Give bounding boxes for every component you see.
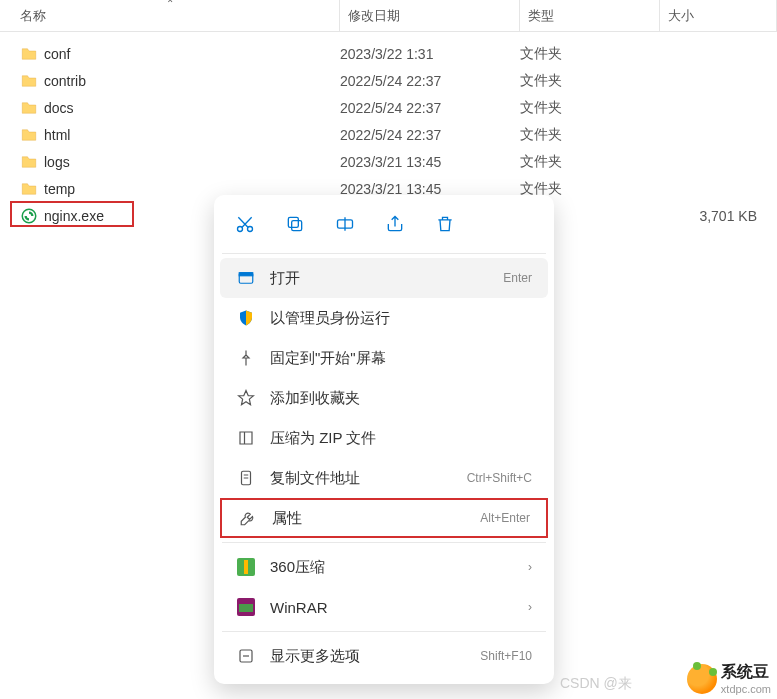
- context-menu: 打开 Enter 以管理员身份运行 固定到"开始"屏幕 添加到收藏夹 压缩为 Z…: [214, 195, 554, 684]
- folder-icon: [20, 153, 38, 171]
- brand-name: 系统豆: [721, 663, 769, 680]
- file-row[interactable]: logs2023/3/21 13:45文件夹: [0, 148, 777, 175]
- header-type-label: 类型: [528, 7, 554, 25]
- copy-icon[interactable]: [284, 213, 306, 235]
- file-row[interactable]: contrib2022/5/24 22:37文件夹: [0, 67, 777, 94]
- menu-360zip-label: 360压缩: [270, 558, 514, 577]
- menu-show-more-label: 显示更多选项: [270, 647, 466, 666]
- menu-open-label: 打开: [270, 269, 489, 288]
- menu-add-favorites-label: 添加到收藏夹: [270, 389, 532, 408]
- pin-icon: [236, 348, 256, 368]
- file-name-cell: html: [0, 126, 340, 144]
- selection-highlight-box: [10, 201, 134, 227]
- svg-rect-10: [244, 560, 248, 574]
- menu-compress-zip-label: 压缩为 ZIP 文件: [270, 429, 532, 448]
- file-type-cell: 文件夹: [520, 45, 660, 63]
- star-icon: [236, 388, 256, 408]
- menu-360zip[interactable]: 360压缩 ›: [220, 547, 548, 587]
- file-name-cell: contrib: [0, 72, 340, 90]
- file-date-cell: 2022/5/24 22:37: [340, 100, 520, 116]
- menu-separator: [222, 253, 546, 254]
- zip-icon: [236, 428, 256, 448]
- file-date-cell: 2023/3/22 1:31: [340, 46, 520, 62]
- header-size[interactable]: 大小: [660, 0, 777, 31]
- 360zip-icon: [236, 557, 256, 577]
- header-type[interactable]: 类型: [520, 0, 660, 31]
- menu-copy-path-label: 复制文件地址: [270, 469, 453, 488]
- rename-icon[interactable]: [334, 213, 356, 235]
- file-type-cell: 文件夹: [520, 126, 660, 144]
- menu-open-shortcut: Enter: [503, 271, 532, 285]
- column-headers: ⌃ 名称 修改日期 类型 大小: [0, 0, 777, 32]
- menu-pin-start[interactable]: 固定到"开始"屏幕: [220, 338, 548, 378]
- menu-pin-start-label: 固定到"开始"屏幕: [270, 349, 532, 368]
- file-name-label: conf: [44, 46, 70, 62]
- menu-winrar-label: WinRAR: [270, 599, 514, 616]
- brand-logo-icon: [687, 664, 717, 694]
- menu-show-more[interactable]: 显示更多选项 Shift+F10: [220, 636, 548, 676]
- menu-run-as-admin[interactable]: 以管理员身份运行: [220, 298, 548, 338]
- svg-rect-12: [239, 604, 253, 612]
- file-type-cell: 文件夹: [520, 153, 660, 171]
- file-date-cell: 2022/5/24 22:37: [340, 73, 520, 89]
- file-row[interactable]: docs2022/5/24 22:37文件夹: [0, 94, 777, 121]
- svg-point-2: [248, 227, 253, 232]
- header-date[interactable]: 修改日期: [340, 0, 520, 31]
- svg-rect-4: [288, 217, 298, 227]
- open-icon: [236, 268, 256, 288]
- file-name-cell: logs: [0, 153, 340, 171]
- menu-toolbar: [214, 203, 554, 249]
- more-options-icon: [236, 646, 256, 666]
- file-name-cell: conf: [0, 45, 340, 63]
- file-name-label: docs: [44, 100, 74, 116]
- file-row[interactable]: html2022/5/24 22:37文件夹: [0, 121, 777, 148]
- svg-point-1: [238, 227, 243, 232]
- menu-properties[interactable]: 属性 Alt+Enter: [220, 498, 548, 538]
- cut-icon[interactable]: [234, 213, 256, 235]
- menu-add-favorites[interactable]: 添加到收藏夹: [220, 378, 548, 418]
- menu-copy-path[interactable]: 复制文件地址 Ctrl+Shift+C: [220, 458, 548, 498]
- menu-winrar[interactable]: WinRAR ›: [220, 587, 548, 627]
- menu-compress-zip[interactable]: 压缩为 ZIP 文件: [220, 418, 548, 458]
- shield-icon: [236, 308, 256, 328]
- folder-icon: [20, 126, 38, 144]
- file-name-label: logs: [44, 154, 70, 170]
- file-name-label: html: [44, 127, 70, 143]
- svg-rect-7: [239, 273, 253, 276]
- menu-properties-shortcut: Alt+Enter: [480, 511, 530, 525]
- folder-icon: [20, 45, 38, 63]
- sort-indicator-icon: ⌃: [166, 0, 174, 9]
- header-name-label: 名称: [20, 7, 46, 25]
- folder-icon: [20, 180, 38, 198]
- watermark-brand: 系统豆 xtdpc.com: [687, 662, 771, 695]
- file-row[interactable]: conf2023/3/22 1:31文件夹: [0, 40, 777, 67]
- menu-separator: [222, 542, 546, 543]
- folder-icon: [20, 72, 38, 90]
- watermark-csdn: CSDN @来: [560, 675, 632, 693]
- menu-properties-label: 属性: [272, 509, 466, 528]
- share-icon[interactable]: [384, 213, 406, 235]
- file-name-label: temp: [44, 181, 75, 197]
- folder-icon: [20, 99, 38, 117]
- file-name-cell: docs: [0, 99, 340, 117]
- delete-icon[interactable]: [434, 213, 456, 235]
- file-type-cell: 文件夹: [520, 72, 660, 90]
- file-size-cell: 3,701 KB: [660, 208, 777, 224]
- header-date-label: 修改日期: [348, 7, 400, 25]
- menu-copy-path-shortcut: Ctrl+Shift+C: [467, 471, 532, 485]
- wrench-icon: [238, 508, 258, 528]
- menu-show-more-shortcut: Shift+F10: [480, 649, 532, 663]
- brand-url: xtdpc.com: [721, 683, 771, 695]
- header-size-label: 大小: [668, 7, 694, 25]
- chevron-right-icon: ›: [528, 600, 532, 614]
- file-type-cell: 文件夹: [520, 99, 660, 117]
- copy-path-icon: [236, 468, 256, 488]
- menu-run-as-admin-label: 以管理员身份运行: [270, 309, 532, 328]
- file-date-cell: 2023/3/21 13:45: [340, 154, 520, 170]
- chevron-right-icon: ›: [528, 560, 532, 574]
- winrar-icon: [236, 597, 256, 617]
- file-date-cell: 2022/5/24 22:37: [340, 127, 520, 143]
- menu-open[interactable]: 打开 Enter: [220, 258, 548, 298]
- file-name-label: contrib: [44, 73, 86, 89]
- header-name[interactable]: ⌃ 名称: [0, 0, 340, 31]
